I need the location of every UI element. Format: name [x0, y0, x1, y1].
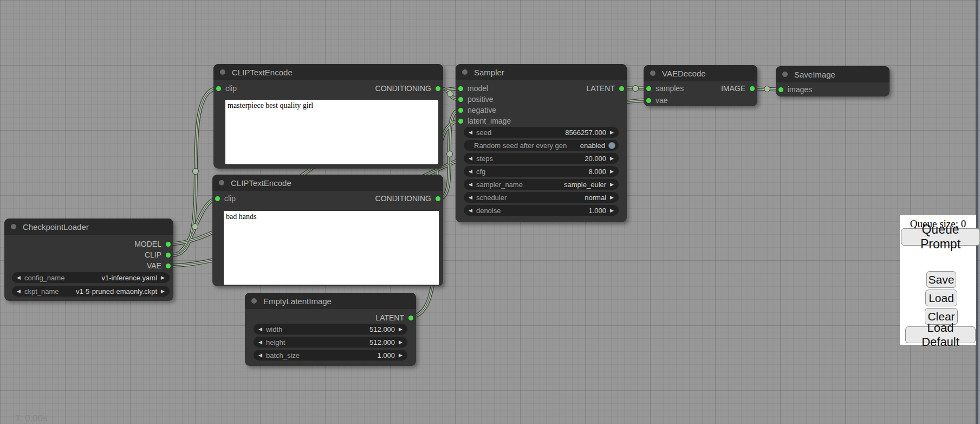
output-dot-icon[interactable] [750, 86, 755, 91]
input-slot-images[interactable]: images [778, 84, 812, 95]
output-dot-icon[interactable] [436, 196, 440, 201]
stepper-left-icon[interactable]: ◀ [469, 182, 472, 187]
output-dot-icon[interactable] [166, 253, 171, 258]
output-slot-vae[interactable]: VAE [147, 260, 171, 271]
stepper-left-icon[interactable]: ◀ [469, 130, 472, 135]
stepper-right-icon[interactable]: ▶ [161, 275, 165, 280]
output-slot-model[interactable]: MODEL [134, 239, 171, 249]
input-slot-model[interactable]: model [458, 83, 488, 94]
node-title-bar: VAEDecode [644, 65, 757, 81]
collapse-dot[interactable] [650, 70, 656, 76]
widget-ckpt-name[interactable]: ◀ ckpt_name v1-5-pruned-emaonly.ckpt ▶ [12, 286, 170, 297]
stepper-left-icon[interactable]: ◀ [469, 156, 472, 161]
save-button[interactable]: Save [926, 271, 956, 288]
node-title-bar: CheckpointLoader [4, 219, 173, 235]
output-slot-conditioning[interactable]: CONDITIONING [375, 193, 440, 204]
input-dot-icon[interactable] [646, 86, 651, 91]
collapse-dot[interactable] [219, 180, 224, 185]
output-dot-icon[interactable] [436, 86, 440, 91]
node-title: SaveImage [794, 70, 835, 79]
input-slot-positive[interactable]: positive [458, 94, 493, 105]
widget-denoise[interactable]: ◀ denoise 1.000 ▶ [464, 205, 619, 216]
node-sampler[interactable]: Sampler model positive negative latent_i… [456, 64, 627, 222]
input-slot-vae[interactable]: vae [646, 95, 668, 106]
output-dot-icon[interactable] [408, 316, 413, 320]
input-dot-icon[interactable] [778, 87, 783, 92]
input-slot-negative[interactable]: negative [458, 105, 496, 115]
stepper-right-icon[interactable]: ▶ [610, 208, 614, 213]
input-dot-icon[interactable] [646, 98, 651, 103]
output-slot-clip[interactable]: CLIP [145, 249, 171, 260]
prompt-textarea[interactable]: masterpiece best quality girl [225, 100, 438, 164]
node-checkpoint-loader[interactable]: CheckpointLoader MODEL CLIP VAE ◀ config… [4, 219, 173, 301]
toggle-dot-icon[interactable] [608, 142, 615, 149]
stepper-left-icon[interactable]: ◀ [258, 327, 262, 332]
stepper-right-icon[interactable]: ▶ [161, 289, 165, 294]
node-title-bar: CLIPTextEncode [213, 64, 443, 80]
stepper-right-icon[interactable]: ▶ [399, 327, 403, 332]
output-slot-conditioning[interactable]: CONDITIONING [375, 83, 440, 94]
widget-width[interactable]: ◀ width 512.000 ▶ [254, 324, 407, 335]
input-dot-icon[interactable] [458, 108, 463, 113]
collapse-dot[interactable] [220, 69, 225, 75]
widget-steps[interactable]: ◀ steps 20.000 ▶ [464, 153, 619, 164]
widget-sampler-name[interactable]: ◀ sampler_name sample_euler ▶ [464, 179, 619, 190]
output-dot-icon[interactable] [166, 264, 171, 268]
output-slot-latent[interactable]: LATENT [586, 83, 624, 94]
collapse-dot[interactable] [782, 72, 788, 77]
stepper-right-icon[interactable]: ▶ [610, 169, 614, 174]
stepper-right-icon[interactable]: ▶ [610, 130, 614, 135]
widget-scheduler[interactable]: ◀ scheduler normal ▶ [464, 192, 619, 203]
stepper-left-icon[interactable]: ◀ [469, 169, 472, 174]
stepper-left-icon[interactable]: ◀ [258, 340, 262, 345]
output-dot-icon[interactable] [166, 242, 171, 247]
node-title: EmptyLatentImage [263, 297, 332, 306]
stepper-left-icon[interactable]: ◀ [469, 208, 472, 213]
widget-seed[interactable]: ◀ seed 8566257.000 ▶ [464, 127, 619, 138]
window-scrollbar[interactable] [976, 0, 978, 424]
stepper-left-icon[interactable]: ◀ [17, 275, 21, 280]
input-dot-icon[interactable] [458, 86, 463, 91]
node-clip-text-encode-positive[interactable]: CLIPTextEncode clip CONDITIONING masterp… [213, 64, 443, 169]
node-title: VAEDecode [662, 69, 706, 78]
stepper-right-icon[interactable]: ▶ [610, 182, 614, 187]
widget-cfg[interactable]: ◀ cfg 8.000 ▶ [464, 166, 619, 177]
load-default-button[interactable]: Load Default [905, 326, 976, 343]
node-title: CheckpointLoader [23, 222, 89, 232]
widget-random-seed-toggle[interactable]: Random seed after every gen enabled [464, 140, 619, 151]
input-slot-clip[interactable]: clip [216, 83, 237, 94]
input-dot-icon[interactable] [458, 119, 463, 124]
prompt-textarea[interactable]: bad hands [224, 211, 439, 285]
collapse-dot[interactable] [462, 69, 468, 75]
collapse-dot[interactable] [251, 298, 257, 304]
stepper-right-icon[interactable]: ▶ [610, 195, 614, 200]
stepper-left-icon[interactable]: ◀ [258, 353, 262, 358]
stepper-right-icon[interactable]: ▶ [399, 340, 403, 345]
widget-height[interactable]: ◀ height 512.000 ▶ [254, 337, 407, 348]
stepper-left-icon[interactable]: ◀ [469, 195, 472, 200]
widget-batch-size[interactable]: ◀ batch_size 1.000 ▶ [254, 350, 407, 361]
input-slot-latent-image[interactable]: latent_image [458, 115, 511, 126]
load-button[interactable]: Load [925, 290, 957, 306]
render-time-label: T: 0.00s [15, 413, 48, 424]
input-slot-samples[interactable]: samples [646, 83, 684, 94]
collapse-dot[interactable] [11, 224, 16, 229]
stepper-right-icon[interactable]: ▶ [610, 156, 614, 161]
input-slot-clip[interactable]: clip [215, 193, 236, 204]
stepper-left-icon[interactable]: ◀ [17, 289, 21, 294]
input-dot-icon[interactable] [216, 86, 221, 91]
widget-config-name[interactable]: ◀ config_name v1-inference.yaml ▶ [12, 272, 170, 283]
output-dot-icon[interactable] [619, 86, 624, 91]
input-dot-icon[interactable] [458, 97, 463, 102]
output-slot-latent[interactable]: LATENT [375, 312, 413, 323]
node-clip-text-encode-negative[interactable]: CLIPTextEncode clip CONDITIONING bad han… [212, 175, 443, 286]
node-vae-decode[interactable]: VAEDecode samples vae IMAGE [644, 65, 757, 106]
node-save-image[interactable]: SaveImage images [776, 66, 890, 97]
node-title: CLIPTextEncode [231, 178, 291, 188]
node-title-bar: SaveImage [776, 66, 890, 82]
input-dot-icon[interactable] [215, 196, 220, 201]
queue-prompt-button[interactable]: Queue Prompt [901, 228, 980, 246]
output-slot-image[interactable]: IMAGE [721, 83, 755, 94]
node-empty-latent-image[interactable]: EmptyLatentImage LATENT ◀ width 512.000 … [245, 293, 416, 366]
stepper-right-icon[interactable]: ▶ [399, 353, 403, 358]
